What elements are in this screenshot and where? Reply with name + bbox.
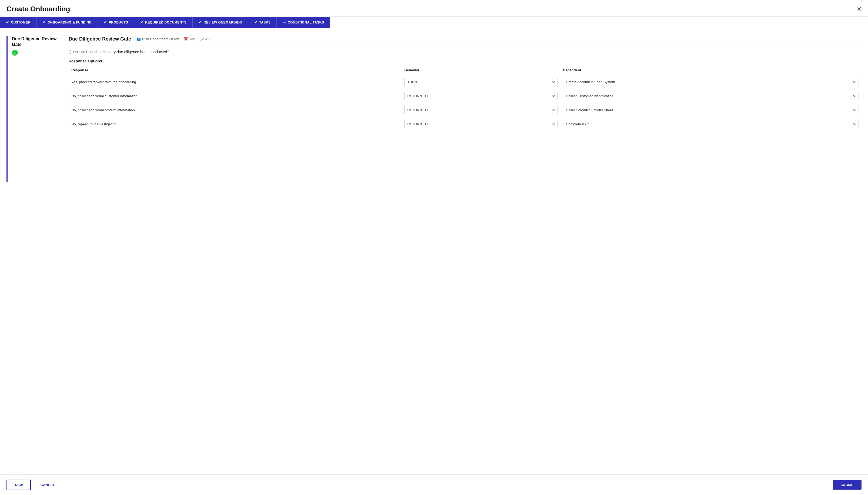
tab-customer[interactable]: ✔CUSTOMER <box>0 17 37 28</box>
tab-onboarding-funding[interactable]: ✔ONBOARDING & FUNDING <box>37 17 98 28</box>
calendar-icon: 📅 <box>184 37 188 41</box>
tab-label-tasks: TASKS <box>259 20 271 24</box>
tab-icon-customer: ✔ <box>6 20 9 24</box>
behavior-select-3[interactable]: RETURN TO THEN RETURN TO <box>404 120 558 129</box>
behavior-select-cell-3[interactable]: RETURN TO THEN RETURN TO <box>402 117 560 131</box>
sidebar: Due Diligence Review Gate ✓ <box>6 36 61 182</box>
tab-icon-onboarding-funding: ✔ <box>43 20 46 24</box>
behavior-select-2[interactable]: RETURN TO THEN RETURN TO <box>404 106 558 114</box>
tab-review-onboarding[interactable]: ✔REVIEW ONBOARDING <box>193 17 248 28</box>
tab-label-conditional-tasks: CONDITIONAL TASKS <box>288 20 324 24</box>
assignee-meta: 👥 Risk Department Heads <box>136 37 180 41</box>
check-icon: ✓ <box>12 50 18 56</box>
tab-bar: ✔CUSTOMER✔ONBOARDING & FUNDING✔PRODUCTS✔… <box>0 17 868 28</box>
modal-header: Create Onboarding ✕ <box>0 0 868 17</box>
tab-icon-tasks: ✔ <box>254 20 257 24</box>
tab-label-onboarding-funding: ONBOARDING & FUNDING <box>48 20 91 24</box>
close-button[interactable]: ✕ <box>857 6 862 13</box>
col-behavior: Behavior <box>402 67 560 75</box>
sidebar-gate-title: Due Diligence Review Gate <box>12 36 56 47</box>
modal-title: Create Onboarding <box>6 5 70 13</box>
table-row: No, collect additional product informati… <box>69 103 862 117</box>
tab-label-review-onboarding: REVIEW ONBOARDING <box>204 20 242 24</box>
dependent-select-cell-2[interactable]: Collect Product Options Sheet <box>560 103 862 117</box>
tab-label-required-documents: REQUIRED DOCUMENTS <box>145 20 186 24</box>
dependent-select-cell-1[interactable]: Collect Customer Identification <box>560 89 862 103</box>
content-area: Due Diligence Review Gate ✓ Due Diligenc… <box>0 28 868 190</box>
dependent-select-0[interactable]: Create Account in Loan System <box>563 78 859 86</box>
sidebar-check: ✓ <box>12 50 61 56</box>
table-row: No, collect additional customer informat… <box>69 89 862 103</box>
dependent-select-cell-0[interactable]: Create Account in Loan System <box>560 75 862 89</box>
behavior-select-0[interactable]: THEN THEN RETURN TO <box>404 78 558 86</box>
tab-icon-products: ✔ <box>104 20 107 24</box>
response-text-1: No, collect additional customer informat… <box>69 89 402 103</box>
behavior-select-cell-0[interactable]: THEN THEN RETURN TO <box>402 75 560 89</box>
date-meta: 📅 Apr 11, 2023 <box>184 37 209 41</box>
tab-required-documents[interactable]: ✔REQUIRED DOCUMENTS <box>134 17 193 28</box>
tab-icon-conditional-tasks: ⇢ <box>283 20 286 24</box>
tab-products[interactable]: ✔PRODUCTS <box>98 17 134 28</box>
table-row: Yes, proceed forward with the onboarding… <box>69 75 862 89</box>
col-dependent: Dependent <box>560 67 862 75</box>
tab-icon-required-documents: ✔ <box>140 20 143 24</box>
response-table: Response Behavior Dependent Yes, proceed… <box>69 67 862 131</box>
tab-label-customer: CUSTOMER <box>11 20 30 24</box>
col-response: Response <box>69 67 402 75</box>
gate-meta: 👥 Risk Department Heads 📅 Apr 11, 2023 <box>136 37 209 41</box>
tab-tasks[interactable]: ✔TASKS <box>248 17 277 28</box>
tab-conditional-tasks[interactable]: ⇢CONDITIONAL TASKS <box>277 17 330 28</box>
main-panel: Due Diligence Review Gate 👥 Risk Departm… <box>61 36 862 182</box>
response-text-2: No, collect additional product informati… <box>69 103 402 117</box>
assignee-icon: 👥 <box>136 37 141 41</box>
response-options-label: Response Options <box>69 59 862 63</box>
dependent-select-1[interactable]: Collect Customer Identification <box>563 92 859 100</box>
tab-label-products: PRODUCTS <box>109 20 128 24</box>
question-text: Question: Has all necessary due diligenc… <box>69 50 862 54</box>
behavior-select-1[interactable]: RETURN TO THEN RETURN TO <box>404 92 558 100</box>
behavior-select-cell-1[interactable]: RETURN TO THEN RETURN TO <box>402 89 560 103</box>
dependent-select-3[interactable]: Complete KYC <box>563 120 859 129</box>
dependent-select-cell-3[interactable]: Complete KYC <box>560 117 862 131</box>
behavior-select-cell-2[interactable]: RETURN TO THEN RETURN TO <box>402 103 560 117</box>
dependent-select-2[interactable]: Collect Product Options Sheet <box>563 106 859 114</box>
table-row: No, repeat KYC investigation RETURN TO T… <box>69 117 862 131</box>
gate-title: Due Diligence Review Gate <box>69 36 131 42</box>
tab-icon-review-onboarding: ✔ <box>199 20 202 24</box>
date-text: Apr 11, 2023 <box>189 37 209 41</box>
gate-header: Due Diligence Review Gate 👥 Risk Departm… <box>69 36 862 46</box>
response-text-3: No, repeat KYC investigation <box>69 117 402 131</box>
response-text-0: Yes, proceed forward with the onboarding <box>69 75 402 89</box>
assignee-text: Risk Department Heads <box>142 37 180 41</box>
